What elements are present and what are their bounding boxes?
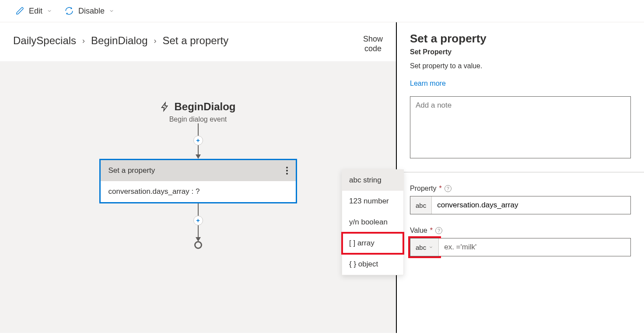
type-picker-menu: abc string 123 number y/n boolean [ ] ar… [342,169,404,275]
value-type-chip[interactable]: abc [410,238,439,256]
begin-dialog-block[interactable]: BeginDialog Begin dialog event [160,101,235,123]
type-option-array[interactable]: [ ] array [342,233,403,254]
flow-edge [198,203,199,216]
set-property-node[interactable]: Set a property conversation.days_array :… [99,159,297,203]
required-marker: * [430,227,433,234]
property-type-chip[interactable]: abc [410,196,432,214]
type-option-boolean[interactable]: y/n boolean [342,212,403,233]
type-option-object[interactable]: { } object [342,254,403,275]
toolbar: Edit Disable [0,0,644,22]
flow-edge [198,123,199,136]
chevron-right-icon: › [82,36,85,46]
show-code-button[interactable]: Show code [363,35,383,53]
begin-dialog-subtitle: Begin dialog event [160,116,235,123]
type-option-string[interactable]: abc string [342,170,403,191]
disable-label: Disable [78,7,105,16]
panel-subtitle: Set Property [410,48,631,56]
breadcrumb-item[interactable]: Set a property [162,35,228,47]
breadcrumb-item[interactable]: BeginDialog [91,35,147,47]
property-input[interactable] [432,196,630,214]
note-input[interactable] [410,96,631,158]
property-label: Property [410,185,436,192]
chevron-down-icon [109,7,114,16]
help-icon[interactable]: ? [444,185,452,192]
refresh-icon [64,6,74,16]
flow-edge [198,225,199,238]
value-input[interactable] [439,238,630,256]
edit-label: Edit [29,7,42,16]
chevron-right-icon: › [154,36,156,46]
end-node [194,241,202,249]
breadcrumb: DailySpecials › BeginDialog › Set a prop… [13,35,228,47]
panel-divider [397,172,644,172]
flow-edge [198,145,199,155]
edit-button[interactable]: Edit [16,7,52,16]
learn-more-link[interactable]: Learn more [410,80,446,88]
chevron-down-icon [47,7,52,16]
add-action-button[interactable]: + [193,136,203,145]
panel-title: Set a property [410,32,631,46]
add-action-button[interactable]: + [193,216,203,225]
node-body-text: conversation.days_array : ? [101,181,296,202]
dialog-canvas[interactable]: BeginDialog Begin dialog event + Set a p… [0,61,396,333]
chevron-down-icon [429,245,433,249]
lightning-icon [160,101,170,112]
node-menu-button[interactable] [286,167,288,175]
properties-panel: Set a property Set Property Set property… [397,22,644,333]
type-option-number[interactable]: 123 number [342,191,403,212]
panel-description: Set property to a value. [410,62,631,70]
begin-dialog-title: BeginDialog [174,101,235,113]
help-icon[interactable]: ? [435,227,442,234]
required-marker: * [439,185,441,192]
value-label: Value [410,227,427,234]
breadcrumb-item[interactable]: DailySpecials [13,35,76,47]
node-title: Set a property [108,166,155,175]
disable-button[interactable]: Disable [64,6,114,16]
arrowhead-icon [196,154,201,159]
edit-icon [16,7,24,15]
